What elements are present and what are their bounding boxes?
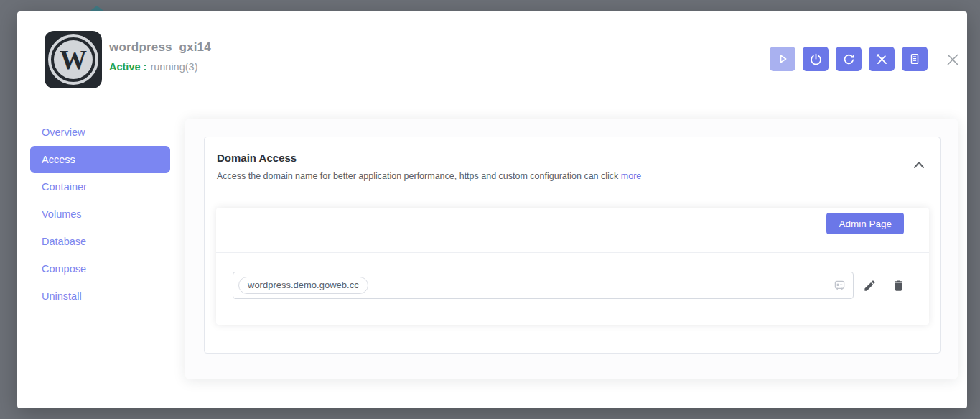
admin-page-button[interactable]: Admin Page <box>826 213 904 234</box>
app-detail-modal: W wordpress_gxi14 Active:running(3) <box>17 11 967 408</box>
sidebar-item-database[interactable]: Database <box>30 228 170 255</box>
app-status: Active:running(3) <box>109 61 197 73</box>
section-title: Domain Access <box>217 152 897 164</box>
app-title: wordpress_gxi14 <box>109 40 211 55</box>
edit-domain-button[interactable] <box>863 279 877 293</box>
section-description: Access the domain name for better applic… <box>217 171 897 181</box>
status-separator: : <box>144 61 147 73</box>
domain-panel: Admin Page wordpress.demo.goweb.cc <box>216 208 929 325</box>
stop-button[interactable] <box>803 47 829 71</box>
refresh-icon <box>842 52 856 66</box>
power-icon <box>809 52 823 66</box>
params-button[interactable] <box>869 47 895 71</box>
close-button[interactable] <box>945 52 961 68</box>
status-value: running(3) <box>150 61 197 73</box>
pencil-icon <box>863 279 877 293</box>
card-header: Domain Access Access the domain name for… <box>217 152 897 181</box>
log-icon <box>908 52 921 65</box>
svg-text:W: W <box>60 45 87 75</box>
wordpress-logo: W <box>45 31 102 88</box>
delete-domain-button[interactable] <box>892 279 905 293</box>
sidebar-item-compose[interactable]: Compose <box>30 255 170 282</box>
domain-access-card: Domain Access Access the domain name for… <box>204 137 941 354</box>
more-link[interactable]: more <box>621 171 641 181</box>
domain-tag[interactable]: wordpress.demo.goweb.cc <box>238 277 368 294</box>
sidebar-item-access[interactable]: Access <box>30 146 170 173</box>
domain-input[interactable]: wordpress.demo.goweb.cc <box>233 272 854 299</box>
restart-button[interactable] <box>836 47 862 71</box>
trash-icon <box>892 279 905 293</box>
collapse-button[interactable] <box>911 159 927 172</box>
input-suffix-icon <box>834 280 846 292</box>
content-panel: Domain Access Access the domain name for… <box>185 119 958 379</box>
sidebar-item-overview[interactable]: Overview <box>30 119 170 146</box>
sidebar-item-uninstall[interactable]: Uninstall <box>30 282 170 310</box>
sidebar: Overview Access Container Volumes Databa… <box>30 119 170 310</box>
close-icon <box>946 52 960 67</box>
logs-button[interactable] <box>902 47 928 71</box>
sidebar-item-container[interactable]: Container <box>30 173 170 201</box>
screen: W wordpress_gxi14 Active:running(3) <box>0 0 980 419</box>
start-button[interactable] <box>770 47 795 71</box>
domain-row: wordpress.demo.goweb.cc <box>233 272 905 299</box>
header-action-buttons <box>770 47 928 71</box>
divider <box>216 252 929 253</box>
sidebar-item-volumes[interactable]: Volumes <box>30 201 170 228</box>
play-icon <box>775 52 790 66</box>
chevron-up-icon <box>912 160 926 170</box>
status-label: Active <box>109 61 141 73</box>
modal-header: W wordpress_gxi14 Active:running(3) <box>17 11 967 106</box>
tools-icon <box>875 52 889 66</box>
description-text: Access the domain name for better applic… <box>217 171 618 181</box>
